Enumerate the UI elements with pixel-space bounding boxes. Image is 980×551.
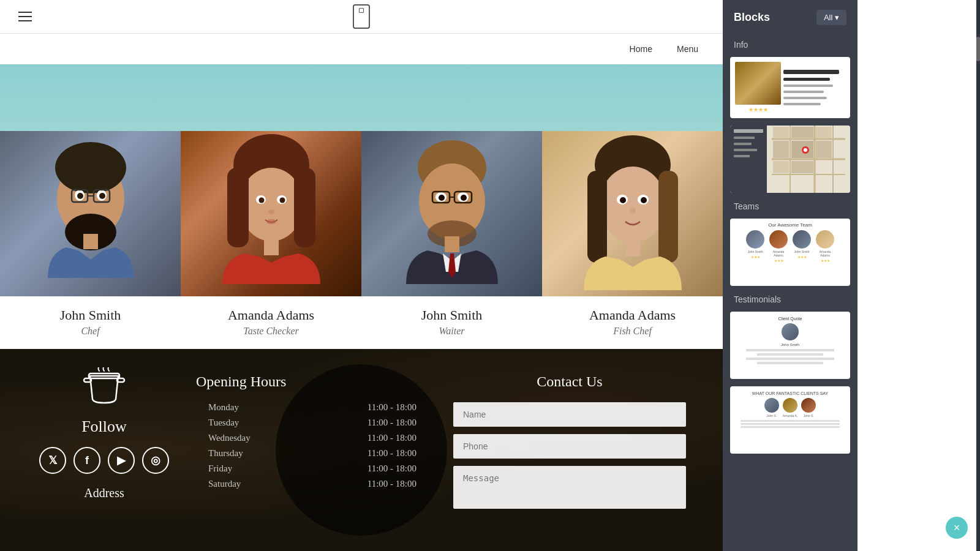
multi-av-name-3: John S. [804,414,814,418]
svg-point-19 [266,219,276,224]
multi-lines [735,420,845,428]
map-right-panel [767,126,850,193]
team-card-john-waiter[interactable]: John Smith Waiter [361,131,542,349]
address-label: Address [84,486,124,500]
svg-point-28 [461,195,467,201]
sidebar-header: Blocks All ▾ [723,0,858,35]
team-av-4: Amanda Adams ★★★ [815,230,835,263]
day-tuesday: Tuesday [208,418,239,428]
block-teams-preview[interactable]: Our Awesome Team John Smith ★★★ Amanda A… [730,219,850,286]
card-role-john-waiter: Waiter [368,326,536,337]
card-name-john-waiter: John Smith [368,307,536,323]
av-name-4: Amanda Adams [815,250,835,257]
social-icons-row: 𝕏 f ▶ ◎ [39,447,169,474]
av-circle-3 [793,230,811,249]
svg-rect-36 [658,171,678,263]
tline-3 [746,358,834,360]
time-monday: 11:00 - 18:00 [368,402,417,413]
team-section: John Smith Chef [0,64,723,349]
hamburger-menu[interactable] [18,12,32,21]
section-label-info: Info [723,35,858,53]
contact-title: Contact Us [453,373,686,390]
av-stars-3: ★★★ [797,255,807,259]
svg-rect-57 [816,141,832,158]
map-left-panel [730,126,767,193]
svg-point-1 [55,142,126,193]
time-friday: 11:00 - 18:00 [368,463,417,474]
footer-section: Follow 𝕏 f ▶ ◎ Address Opening Hours Mon… [0,349,723,551]
info-block-1-inner: ★★★★ [730,57,850,118]
day-monday: Monday [208,402,239,413]
block-info-map[interactable] [730,126,850,193]
hours-row-thursday: Thursday 11:00 - 18:00 [196,448,429,459]
av-name-1: John Smith [747,250,763,253]
team-photo-amanda-taste [181,131,361,296]
av-circle-4 [816,230,834,249]
sidebar-title: Blocks [734,11,770,24]
svg-rect-32 [445,236,459,252]
svg-rect-53 [791,127,813,138]
av-stars-2: ★★★ [774,258,783,263]
nav-menu[interactable]: Menu [677,44,698,54]
av-stars-4: ★★★ [821,258,830,263]
all-blocks-button[interactable]: All ▾ [816,10,846,25]
footer-content: Follow 𝕏 f ▶ ◎ Address Opening Hours Mon… [0,349,723,551]
svg-point-61 [804,148,807,152]
svg-point-20 [268,209,274,214]
contact-column: Contact Us [453,367,686,539]
contact-phone-input[interactable] [453,434,686,459]
team-card-amanda-taste[interactable]: Amanda Adams Taste Checker [181,131,361,349]
time-wednesday: 11:00 - 18:00 [368,433,417,443]
team-card-john-chef[interactable]: John Smith Chef [0,131,181,349]
twitter-icon[interactable]: 𝕏 [39,447,66,474]
block-testimonials-multi[interactable]: WHAT OUR FANTASTIC CLIENTS SAY John S. A… [730,386,850,454]
time-tuesday: 11:00 - 18:00 [368,418,417,428]
av-circle-2 [769,230,788,249]
portrait-svg-amanda-taste [210,131,333,296]
svg-rect-54 [816,127,832,138]
contact-message-input[interactable] [453,466,686,509]
svg-rect-35 [587,171,607,263]
multi-testimonial-inner: WHAT OUR FANTASTIC CLIENTS SAY John S. A… [730,386,850,433]
av-name-3: John Smith [794,250,809,253]
team-photo-amanda-fish [542,131,723,296]
multi-av-circle-2 [783,398,797,413]
follow-column: Follow 𝕏 f ▶ ◎ Address [37,367,172,539]
testimonial-name: John Smith [781,343,799,347]
nav-home[interactable]: Home [630,44,652,54]
block-testimonials-single[interactable]: Client Quote John Smith [730,312,850,379]
av-name-2: Amanda Adams [768,250,789,257]
pot-icon-container [83,367,126,414]
team-photo-john-waiter [361,131,542,296]
photo-bg-amanda-taste [181,131,361,296]
photo-bg-john-chef [0,131,181,296]
mobile-device-icon[interactable] [353,4,370,29]
instagram-icon[interactable]: ◎ [142,447,169,474]
multi-av-name-2: Amanda A. [783,414,797,418]
tline-1 [746,349,834,351]
time-saturday: 11:00 - 18:00 [368,479,417,489]
day-friday: Friday [208,463,232,474]
svg-point-18 [279,198,285,203]
team-card-amanda-fish[interactable]: Amanda Adams Fish Chef [542,131,723,349]
svg-point-41 [630,208,636,213]
follow-label: Follow [81,418,127,436]
svg-point-5 [77,193,83,199]
info-text-area [783,70,845,105]
portrait-svg-john-chef [29,131,152,296]
youtube-icon[interactable]: ▶ [108,447,135,474]
svg-point-27 [439,195,445,201]
day-wednesday: Wednesday [208,433,251,443]
facebook-icon[interactable]: f [74,447,100,474]
mline-3 [741,426,840,428]
av-circle-1 [746,230,764,249]
block-info-restaurant[interactable]: ★★★★ [730,57,850,118]
tline-2 [757,353,823,356]
card-role-amanda-taste: Taste Checker [187,326,355,337]
contact-name-input[interactable] [453,402,686,427]
tline-4 [757,362,823,364]
svg-point-6 [99,193,105,199]
opening-hours-column: Opening Hours Monday 11:00 - 18:00 Tuesd… [196,367,429,539]
team-photo-john-chef [0,131,181,296]
teams-avatars-row: John Smith ★★★ Amanda Adams ★★★ John Smi… [734,230,846,263]
